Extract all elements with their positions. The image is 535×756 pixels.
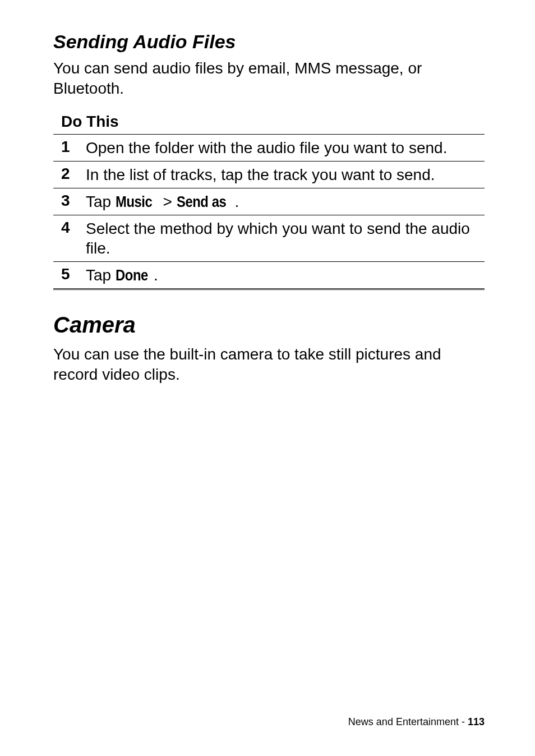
section-heading-camera: Camera [53,312,485,338]
step-number: 3 [61,192,86,210]
step-text: Select the method by which you want to s… [86,219,485,258]
step-text-prefix: Tap [86,266,116,284]
step-number: 1 [61,138,86,156]
step-row: 4 Select the method by which you want to… [53,215,485,261]
footer-page-number: 113 [468,716,485,727]
step-text-suffix: . [154,266,158,284]
footer-section-name: News and Entertainment [348,716,459,727]
steps-header: Do This [53,110,485,134]
section-heading-sending-audio: Sending Audio Files [53,31,485,53]
step-text-prefix: Tap [86,193,116,210]
page-footer: News and Entertainment - 113 [348,716,485,728]
step-text-suffix: . [235,193,239,210]
step-text: Open the folder with the audio file you … [86,138,485,158]
steps-table: Do This 1 Open the folder with the audio… [53,110,485,290]
step-number: 4 [61,219,86,237]
step-row: 2 In the list of tracks, tap the track y… [53,161,485,188]
intro-text-sending-audio: You can send audio files by email, MMS m… [53,58,485,99]
footer-separator: - [459,716,468,727]
step-text: In the list of tracks, tap the track you… [86,165,485,185]
step-row: 3 Tap Music > Send as. [53,188,485,215]
ui-label-send-as: Send as [177,192,226,211]
step-text: Tap Music > Send as. [86,192,485,211]
step-text: Tap Done. [86,265,485,285]
ui-label-music: Music [116,192,152,211]
step-row: 5 Tap Done. [53,261,485,290]
ui-label-done: Done [116,265,148,285]
step-text-mid: > [159,193,177,210]
intro-text-camera: You can use the built-in camera to take … [53,344,485,385]
step-number: 5 [61,265,86,283]
step-number: 2 [61,165,86,183]
step-row: 1 Open the folder with the audio file yo… [53,134,485,161]
